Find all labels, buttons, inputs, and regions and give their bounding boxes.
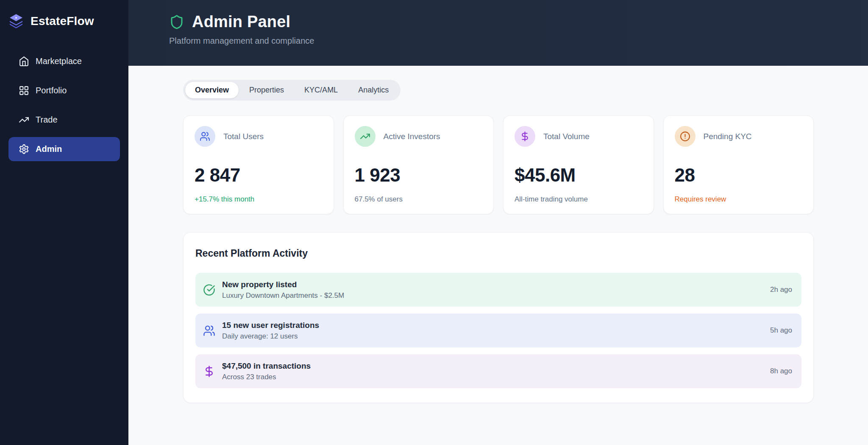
users-icon bbox=[195, 126, 215, 147]
dollar-icon bbox=[515, 126, 535, 147]
sidebar-nav: Marketplace Portfolio Trade bbox=[0, 49, 128, 161]
sidebar-item-marketplace[interactable]: Marketplace bbox=[8, 49, 120, 73]
list-item[interactable]: $47,500 in transactions Across 23 trades… bbox=[195, 354, 801, 388]
stat-label: Total Volume bbox=[543, 132, 590, 141]
page-subtitle: Platform management and compliance bbox=[169, 36, 868, 46]
grid-icon bbox=[19, 85, 29, 96]
stats-row: Total Users 2 847 +15.7% this month Acti… bbox=[183, 115, 814, 214]
main-content: Overview Properties KYC/AML Analytics To… bbox=[183, 80, 814, 403]
stat-card-pending-kyc: Pending KYC 28 Requires review bbox=[663, 115, 814, 214]
stat-label: Pending KYC bbox=[704, 132, 752, 141]
layers-logo-icon bbox=[8, 13, 25, 30]
sidebar-item-admin[interactable]: Admin bbox=[8, 137, 120, 161]
activity-title: Recent Platform Activity bbox=[195, 248, 801, 259]
sidebar-item-label: Marketplace bbox=[36, 56, 82, 66]
gear-icon bbox=[19, 144, 29, 154]
activity-item-time: 8h ago bbox=[770, 367, 792, 375]
activity-item-subtitle: Daily average: 12 users bbox=[222, 332, 319, 341]
activity-item-subtitle: Luxury Downtown Apartments - $2.5M bbox=[222, 291, 344, 300]
home-icon bbox=[19, 56, 29, 67]
sidebar-item-label: Portfolio bbox=[36, 86, 67, 95]
brand-logo: EstateFlow bbox=[0, 0, 128, 30]
stat-value: 2 847 bbox=[195, 165, 323, 186]
tab-overview[interactable]: Overview bbox=[185, 82, 239, 98]
page-header: Admin Panel Platform management and comp… bbox=[128, 0, 868, 66]
tab-bar: Overview Properties KYC/AML Analytics bbox=[183, 80, 401, 101]
sidebar-item-portfolio[interactable]: Portfolio bbox=[8, 78, 120, 103]
check-circle-icon bbox=[203, 284, 215, 296]
stat-card-total-users: Total Users 2 847 +15.7% this month bbox=[183, 115, 334, 214]
activity-item-subtitle: Across 23 trades bbox=[222, 373, 311, 381]
users-icon bbox=[203, 325, 215, 337]
stat-value: $45.6M bbox=[515, 165, 643, 186]
activity-item-title: New property listed bbox=[222, 280, 344, 289]
alert-circle-icon bbox=[675, 126, 696, 147]
tab-properties[interactable]: Properties bbox=[239, 82, 294, 98]
shield-icon bbox=[169, 14, 184, 31]
stat-card-active-investors: Active Investors 1 923 67.5% of users bbox=[343, 115, 494, 214]
tab-kyc-aml[interactable]: KYC/AML bbox=[295, 82, 348, 98]
stat-note: 67.5% of users bbox=[355, 195, 483, 204]
brand-name: EstateFlow bbox=[31, 14, 94, 28]
stat-value: 28 bbox=[675, 165, 803, 186]
tab-analytics[interactable]: Analytics bbox=[348, 82, 398, 98]
page-title: Admin Panel bbox=[192, 13, 290, 31]
activity-item-time: 5h ago bbox=[770, 326, 792, 335]
sidebar: EstateFlow Marketplace Portfolio bbox=[0, 0, 128, 445]
sidebar-item-label: Trade bbox=[36, 115, 58, 125]
stat-note: Requires review bbox=[675, 195, 803, 204]
trending-up-icon bbox=[19, 115, 29, 125]
dollar-icon bbox=[203, 365, 215, 378]
stat-label: Total Users bbox=[223, 132, 264, 141]
recent-activity-card: Recent Platform Activity New property li… bbox=[183, 232, 814, 403]
list-item[interactable]: 15 new user registrations Daily average:… bbox=[195, 313, 801, 347]
trending-up-icon bbox=[355, 126, 376, 147]
stat-note: All-time trading volume bbox=[515, 195, 643, 204]
stat-note: +15.7% this month bbox=[195, 195, 323, 204]
admin-dashboard: EstateFlow Marketplace Portfolio bbox=[0, 0, 868, 445]
activity-list: New property listed Luxury Downtown Apar… bbox=[195, 273, 801, 388]
sidebar-item-trade[interactable]: Trade bbox=[8, 108, 120, 132]
activity-item-time: 2h ago bbox=[770, 285, 792, 294]
stat-card-total-volume: Total Volume $45.6M All-time trading vol… bbox=[503, 115, 654, 214]
activity-item-title: 15 new user registrations bbox=[222, 321, 319, 330]
list-item[interactable]: New property listed Luxury Downtown Apar… bbox=[195, 273, 801, 307]
stat-value: 1 923 bbox=[355, 165, 483, 186]
sidebar-item-label: Admin bbox=[36, 144, 62, 154]
activity-item-title: $47,500 in transactions bbox=[222, 361, 311, 371]
stat-label: Active Investors bbox=[384, 132, 440, 141]
